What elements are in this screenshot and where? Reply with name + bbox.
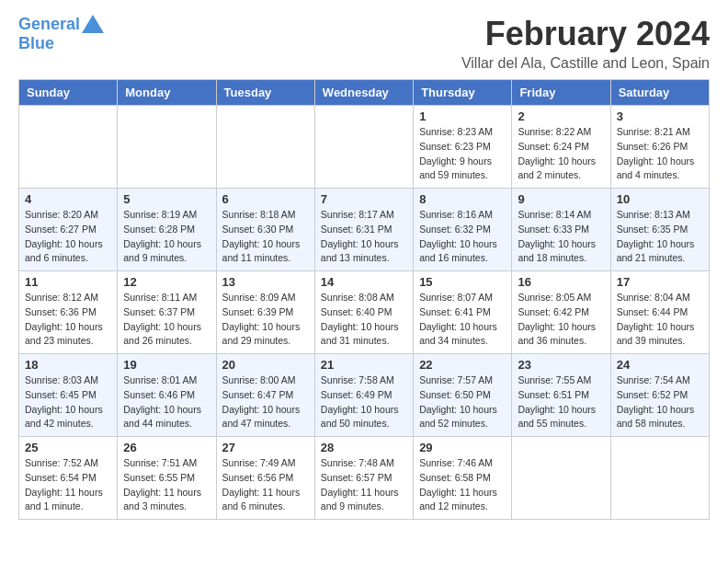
calendar-cell: [314, 106, 413, 189]
day-number: 17: [617, 275, 703, 289]
calendar-cell: 6Sunrise: 8:18 AM Sunset: 6:30 PM Daylig…: [216, 189, 314, 271]
day-number: 23: [518, 358, 604, 372]
calendar-cell: 11Sunrise: 8:12 AM Sunset: 6:36 PM Dayli…: [19, 271, 118, 354]
calendar-cell: 12Sunrise: 8:11 AM Sunset: 6:37 PM Dayli…: [118, 271, 216, 354]
day-info: Sunrise: 8:11 AM Sunset: 6:37 PM Dayligh…: [123, 291, 210, 349]
day-info: Sunrise: 8:19 AM Sunset: 6:28 PM Dayligh…: [123, 208, 210, 266]
day-number: 22: [419, 358, 506, 372]
day-number: 29: [419, 441, 506, 454]
day-number: 18: [25, 358, 111, 372]
calendar-cell: [512, 437, 610, 520]
day-number: 5: [123, 192, 210, 206]
calendar-cell: [19, 106, 118, 189]
calendar-cell: 14Sunrise: 8:08 AM Sunset: 6:40 PM Dayli…: [314, 271, 413, 354]
day-number: 21: [321, 358, 407, 372]
day-info: Sunrise: 7:48 AM Sunset: 6:57 PM Dayligh…: [321, 456, 407, 514]
svg-marker-0: [82, 15, 104, 33]
day-number: 3: [617, 109, 703, 123]
day-number: 27: [222, 441, 309, 454]
day-info: Sunrise: 8:14 AM Sunset: 6:33 PM Dayligh…: [518, 208, 604, 266]
weekday-header-monday: Monday: [118, 80, 216, 106]
day-info: Sunrise: 7:58 AM Sunset: 6:49 PM Dayligh…: [321, 373, 407, 431]
day-number: 13: [222, 275, 309, 289]
day-info: Sunrise: 7:51 AM Sunset: 6:55 PM Dayligh…: [123, 456, 210, 514]
calendar-cell: 1Sunrise: 8:23 AM Sunset: 6:23 PM Daylig…: [414, 106, 512, 189]
weekday-header-saturday: Saturday: [610, 80, 709, 106]
day-info: Sunrise: 8:23 AM Sunset: 6:23 PM Dayligh…: [419, 125, 506, 183]
calendar-cell: 20Sunrise: 8:00 AM Sunset: 6:47 PM Dayli…: [216, 354, 314, 437]
calendar-cell: 23Sunrise: 7:55 AM Sunset: 6:51 PM Dayli…: [512, 354, 610, 437]
calendar-cell: 27Sunrise: 7:49 AM Sunset: 6:56 PM Dayli…: [216, 437, 314, 520]
day-info: Sunrise: 8:21 AM Sunset: 6:26 PM Dayligh…: [617, 125, 703, 183]
calendar-cell: 10Sunrise: 8:13 AM Sunset: 6:35 PM Dayli…: [610, 189, 709, 271]
calendar-cell: 19Sunrise: 8:01 AM Sunset: 6:46 PM Dayli…: [118, 354, 216, 437]
day-number: 19: [123, 358, 210, 372]
day-number: 9: [518, 192, 604, 206]
calendar-cell: 21Sunrise: 7:58 AM Sunset: 6:49 PM Dayli…: [314, 354, 413, 437]
weekday-header-thursday: Thursday: [414, 80, 512, 106]
calendar-cell: 2Sunrise: 8:22 AM Sunset: 6:24 PM Daylig…: [512, 106, 610, 189]
calendar-cell: 8Sunrise: 8:16 AM Sunset: 6:32 PM Daylig…: [414, 189, 512, 271]
day-info: Sunrise: 8:08 AM Sunset: 6:40 PM Dayligh…: [321, 291, 407, 349]
day-number: 6: [222, 192, 309, 206]
calendar-cell: 29Sunrise: 7:46 AM Sunset: 6:58 PM Dayli…: [414, 437, 512, 520]
day-info: Sunrise: 7:54 AM Sunset: 6:52 PM Dayligh…: [617, 373, 703, 431]
day-number: 2: [518, 109, 604, 123]
day-number: 10: [617, 192, 703, 206]
calendar-cell: 7Sunrise: 8:17 AM Sunset: 6:31 PM Daylig…: [314, 189, 413, 271]
weekday-header-friday: Friday: [512, 80, 610, 106]
day-info: Sunrise: 8:17 AM Sunset: 6:31 PM Dayligh…: [321, 208, 407, 266]
calendar-cell: 22Sunrise: 7:57 AM Sunset: 6:50 PM Dayli…: [414, 354, 512, 437]
day-number: 20: [222, 358, 309, 372]
day-info: Sunrise: 8:07 AM Sunset: 6:41 PM Dayligh…: [419, 291, 506, 349]
calendar-cell: [216, 106, 314, 189]
calendar-cell: 16Sunrise: 8:05 AM Sunset: 6:42 PM Dayli…: [512, 271, 610, 354]
day-number: 11: [25, 275, 111, 289]
day-info: Sunrise: 8:16 AM Sunset: 6:32 PM Dayligh…: [419, 208, 506, 266]
weekday-header-wednesday: Wednesday: [314, 80, 413, 106]
day-number: 1: [419, 109, 506, 123]
day-number: 26: [123, 441, 210, 454]
day-number: 15: [419, 275, 506, 289]
day-info: Sunrise: 8:05 AM Sunset: 6:42 PM Dayligh…: [518, 291, 604, 349]
weekday-header-tuesday: Tuesday: [216, 80, 314, 106]
calendar-cell: 26Sunrise: 7:51 AM Sunset: 6:55 PM Dayli…: [118, 437, 216, 520]
day-number: 7: [321, 192, 407, 206]
logo-subtext: Blue: [18, 35, 104, 53]
day-info: Sunrise: 7:57 AM Sunset: 6:50 PM Dayligh…: [419, 373, 506, 431]
calendar-cell: [118, 106, 216, 189]
day-info: Sunrise: 8:13 AM Sunset: 6:35 PM Dayligh…: [617, 208, 703, 266]
logo: General Blue: [18, 15, 104, 53]
day-info: Sunrise: 7:49 AM Sunset: 6:56 PM Dayligh…: [222, 456, 309, 514]
day-info: Sunrise: 7:52 AM Sunset: 6:54 PM Dayligh…: [25, 456, 111, 514]
day-number: 16: [518, 275, 604, 289]
day-info: Sunrise: 8:03 AM Sunset: 6:45 PM Dayligh…: [25, 373, 111, 431]
day-info: Sunrise: 8:00 AM Sunset: 6:47 PM Dayligh…: [222, 373, 309, 431]
day-info: Sunrise: 8:20 AM Sunset: 6:27 PM Dayligh…: [25, 208, 111, 266]
day-info: Sunrise: 8:01 AM Sunset: 6:46 PM Dayligh…: [123, 373, 210, 431]
calendar-cell: 3Sunrise: 8:21 AM Sunset: 6:26 PM Daylig…: [610, 106, 709, 189]
day-info: Sunrise: 7:46 AM Sunset: 6:58 PM Dayligh…: [419, 456, 506, 514]
location: Villar del Ala, Castille and Leon, Spain: [461, 55, 710, 72]
day-info: Sunrise: 7:55 AM Sunset: 6:51 PM Dayligh…: [518, 373, 604, 431]
weekday-header-sunday: Sunday: [19, 80, 118, 106]
calendar-cell: 18Sunrise: 8:03 AM Sunset: 6:45 PM Dayli…: [19, 354, 118, 437]
calendar-cell: 25Sunrise: 7:52 AM Sunset: 6:54 PM Dayli…: [19, 437, 118, 520]
calendar-cell: 4Sunrise: 8:20 AM Sunset: 6:27 PM Daylig…: [19, 189, 118, 271]
day-number: 24: [617, 358, 703, 372]
day-info: Sunrise: 8:18 AM Sunset: 6:30 PM Dayligh…: [222, 208, 309, 266]
calendar-cell: 15Sunrise: 8:07 AM Sunset: 6:41 PM Dayli…: [414, 271, 512, 354]
calendar-cell: 17Sunrise: 8:04 AM Sunset: 6:44 PM Dayli…: [610, 271, 709, 354]
day-info: Sunrise: 8:22 AM Sunset: 6:24 PM Dayligh…: [518, 125, 604, 183]
calendar-cell: 24Sunrise: 7:54 AM Sunset: 6:52 PM Dayli…: [610, 354, 709, 437]
calendar-cell: [610, 437, 709, 520]
calendar-cell: 9Sunrise: 8:14 AM Sunset: 6:33 PM Daylig…: [512, 189, 610, 271]
month-title: February 2024: [461, 15, 710, 53]
calendar-cell: 5Sunrise: 8:19 AM Sunset: 6:28 PM Daylig…: [118, 189, 216, 271]
title-section: February 2024 Villar del Ala, Castille a…: [461, 15, 710, 72]
day-info: Sunrise: 8:12 AM Sunset: 6:36 PM Dayligh…: [25, 291, 111, 349]
day-number: 12: [123, 275, 210, 289]
day-number: 25: [25, 441, 111, 454]
day-number: 28: [321, 441, 407, 454]
calendar-cell: 28Sunrise: 7:48 AM Sunset: 6:57 PM Dayli…: [314, 437, 413, 520]
